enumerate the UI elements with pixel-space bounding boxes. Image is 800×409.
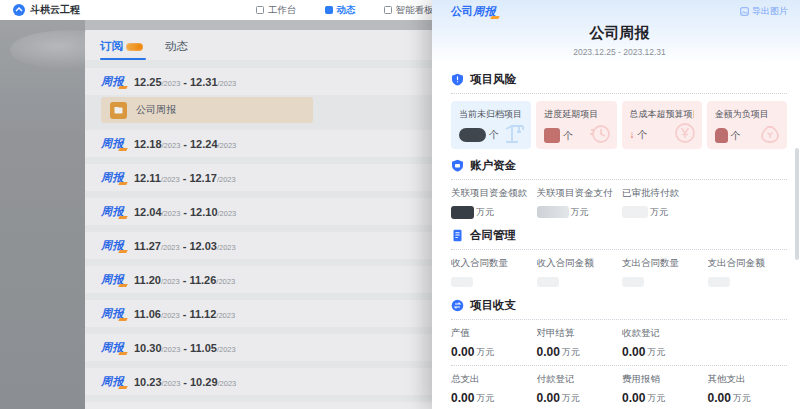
section-title: 项目收支 (470, 298, 516, 313)
stat-unit: 万元 (571, 206, 589, 219)
report-list-item[interactable]: 周报 12.18/2023-12.24/2023 (85, 130, 432, 157)
board-icon (384, 6, 392, 14)
tab-subscribe[interactable]: 订阅 (100, 39, 143, 60)
stat-label: 支出合同数量 (622, 257, 702, 270)
background-photo (0, 20, 85, 409)
stat-label: 付款登记 (537, 373, 617, 386)
report-list-item[interactable]: 周报 12.04/2023-12.10/2023 (85, 198, 432, 225)
feed-list-panel: 订阅 动态 周报 12.25/2023-12.31/2023 公司周报 (85, 30, 432, 409)
report-sub-item-label: 公司周报 (136, 103, 176, 117)
expense-stat: 总支出 0.00万元 (451, 373, 531, 405)
stat-label: 收入合同金额 (537, 257, 617, 270)
stat-label: 产值 (451, 327, 531, 340)
stat-label: 对甲结算 (537, 327, 617, 340)
redacted-value (537, 277, 559, 287)
contracts-stats: 收入合同数量 收入合同金额 支出合同数量 (451, 257, 787, 289)
stat-value: 0.00 (451, 391, 474, 405)
card-label: 当前未归档项目 (459, 108, 523, 121)
app-window: 斗栱云工程 工作台 动态 智能看板 订阅 (0, 0, 800, 409)
crane-icon (502, 121, 526, 145)
contract-stat: 收入合同数量 (451, 257, 531, 289)
weekly-report-badge: 周报 (101, 374, 124, 389)
income-stat: 产值 0.00万元 (451, 327, 531, 359)
risk-card-over-budget: 总成本超预算项目 ↓个 (622, 101, 702, 149)
stat-label: 其他支出 (708, 373, 788, 386)
tab-feed[interactable]: 动态 (165, 39, 188, 60)
report-sub-item-selected[interactable]: 公司周报 (101, 97, 313, 123)
stat-funds-withdraw: 关联项目资金领款 万元 (451, 187, 531, 219)
nav-feed-label: 动态 (337, 4, 356, 17)
redacted-value (622, 206, 648, 218)
section-contract-management: 合同管理 收入合同数量 收入合同金额 (451, 228, 787, 289)
report-date-range: 12.04/2023-12.10/2023 (134, 206, 236, 218)
main-nav: 工作台 动态 智能看板 (256, 0, 455, 20)
subscribe-badge (126, 43, 143, 51)
divider (451, 249, 787, 250)
stat-label: 收入合同数量 (451, 257, 531, 270)
contract-stat: 收入合同金额 (537, 257, 617, 289)
stat-value: 0.00 (708, 391, 731, 405)
report-date-range: 10.30/2023-11.05/2023 (134, 342, 236, 354)
panel-scrollbar[interactable] (795, 148, 799, 260)
stat-label: 收款登记 (622, 327, 702, 340)
stat-unit: 万元 (476, 392, 494, 405)
report-list-item[interactable]: 周报 11.27/2023-12.03/2023 (85, 232, 432, 259)
report-list-item[interactable]: 周报 10.23/2023-10.29/2023 (85, 368, 432, 395)
drawer-title-prefix: 公司 (451, 4, 473, 19)
export-icon (740, 7, 749, 16)
report-date-range: 12.25/2023-12.31/2023 (134, 76, 236, 88)
brand: 斗栱云工程 (13, 3, 80, 17)
weekly-report-badge: 周报 (473, 4, 496, 19)
weekly-report-drawer: 公司周报 导出图片 公司周报 2023.12.25 - 2023.12.31 项… (432, 0, 800, 409)
report-list-item[interactable]: 周报 11.20/2023-11.26/2023 (85, 266, 432, 293)
card-label: 总成本超预算项目 (630, 108, 694, 121)
income-stats-row1: 产值 0.00万元 对甲结算 0.00万元 收款登记 0.00万元 (451, 327, 787, 359)
contract-stat: 支出合同金额 (708, 257, 788, 289)
risk-card-delayed: 进度延期项目 个 (536, 101, 616, 149)
stat-unit: 万元 (650, 206, 668, 219)
section-title: 合同管理 (470, 228, 516, 243)
section-account-funds: 账户资金 关联项目资金领款 万元 关联项目资金支付 万元 已审批待付款 万元 (451, 158, 787, 219)
report-list: 周报 12.25/2023-12.31/2023 公司周报 周报 (85, 60, 432, 409)
report-date-range: 11.20/2023-11.26/2023 (134, 274, 235, 286)
clock-icon (588, 121, 612, 145)
redacted-value (715, 128, 728, 143)
risk-card-unarchived: 当前未归档项目 个 (451, 101, 531, 149)
income-stat: 对甲结算 0.00万元 (537, 327, 617, 359)
expense-stat: 付款登记 0.00万元 (537, 373, 617, 405)
weekly-report-badge: 周报 (101, 136, 124, 151)
report-date-range: 12.11/2023-12.17/2023 (134, 172, 236, 184)
export-image-button[interactable]: 导出图片 (740, 5, 788, 18)
weekly-report-badge: 周报 (101, 340, 124, 355)
stat-label: 支出合同金额 (708, 257, 788, 270)
section-project-risk: 项目风险 当前未归档项目 个 进度延期项目 个 总成本超预算项目 (451, 72, 787, 149)
report-list-item-partial[interactable] (85, 402, 432, 409)
redacted-value (708, 277, 730, 287)
report-title: 公司周报 (451, 24, 788, 43)
stat-value: 0.00 (537, 391, 560, 405)
report-date-range: 12.18/2023-12.24/2023 (134, 138, 236, 150)
feed-tabs: 订阅 动态 (85, 30, 432, 60)
report-file-icon (110, 102, 127, 119)
nav-workbench[interactable]: 工作台 (256, 4, 297, 17)
section-title: 项目风险 (470, 72, 516, 87)
card-label: 金额为负项目 (715, 108, 779, 121)
stat-funds-payment: 关联项目资金支付 万元 (537, 187, 617, 219)
report-list-item[interactable]: 周报 12.11/2023-12.17/2023 (85, 164, 432, 191)
weekly-report-badge: 周报 (101, 204, 124, 219)
cycle-icon (451, 299, 464, 312)
report-list-item[interactable]: 周报 11.06/2023-11.12/2023 (85, 300, 432, 327)
divider (451, 93, 787, 94)
report-list-item[interactable]: 周报 12.25/2023-12.31/2023 (85, 68, 432, 95)
contract-stat: 支出合同数量 (622, 257, 702, 289)
down-arrow-icon: ↓ (630, 130, 635, 140)
nav-feed[interactable]: 动态 (325, 4, 356, 17)
stat-label: 关联项目资金支付 (537, 187, 617, 200)
workbench-icon (256, 6, 264, 14)
risk-card-negative-amount: 金额为负项目 个 (707, 101, 787, 149)
drawer-header: 公司周报 导出图片 公司周报 2023.12.25 - 2023.12.31 (432, 0, 800, 63)
weekly-report-badge: 周报 (101, 238, 124, 253)
report-list-item[interactable]: 周报 10.30/2023-11.05/2023 (85, 334, 432, 361)
divider (451, 179, 787, 180)
income-stat: 收款登记 0.00万元 (622, 327, 702, 359)
